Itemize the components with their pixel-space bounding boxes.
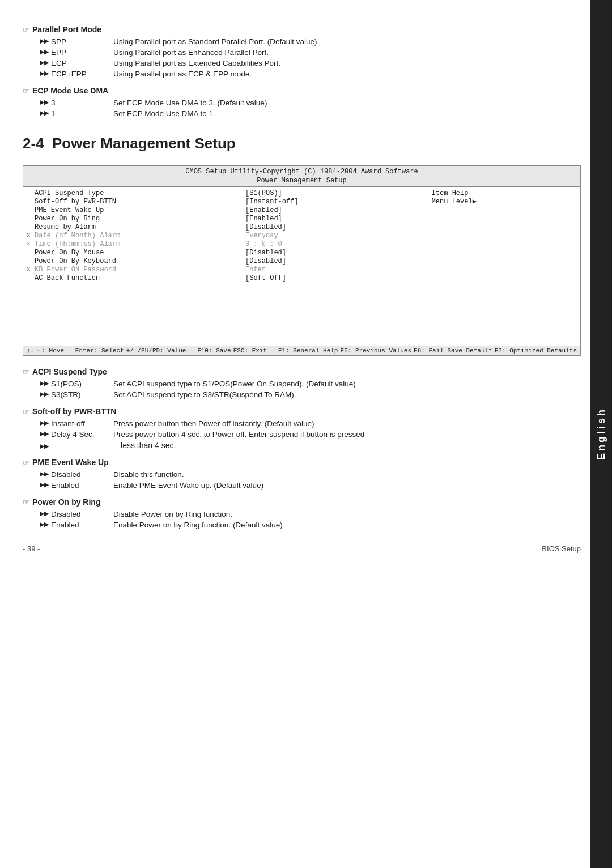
parallel-port-mode-list: SPP Using Parallel port as Standard Para… xyxy=(40,37,581,78)
bios-row-dimmed: x KB Power ON Password xyxy=(27,266,240,274)
english-tab: English xyxy=(590,0,612,868)
item-desc: Using Parallel port as Enhanced Parallel… xyxy=(113,48,581,57)
bios-value-row-dimmed: Enter xyxy=(245,266,420,274)
item-label: ECP+EPP xyxy=(51,70,113,78)
item-label: Disabled xyxy=(51,470,113,479)
item-desc: Using Parallel port as Standard Parallel… xyxy=(113,37,581,46)
bios-value-row: [Disabled] xyxy=(245,249,420,257)
bios-row: Resume by Alarm xyxy=(27,223,240,231)
footer-right: BIOS Setup xyxy=(542,544,581,553)
bios-footer-move: ↑↓→←: Move Enter: Select xyxy=(27,347,124,354)
page-number: - 39 - xyxy=(23,544,40,553)
bios-row-dimmed: x Date (of Month) Alarm xyxy=(27,232,240,240)
list-item: Disabled Disable Power on by Ring functi… xyxy=(40,510,581,518)
bios-table-body: ACPI Suspend Type Soft-Off by PWR-BTTN P… xyxy=(23,187,580,346)
item-label: Enabled xyxy=(51,481,113,490)
ecp-mode-list: 3 Set ECP Mode Use DMA to 3. (Default va… xyxy=(40,99,581,118)
row-label: AC Back Function xyxy=(35,274,240,282)
list-item: Instant-off Press power button then Powe… xyxy=(40,419,581,428)
row-prefix xyxy=(27,189,35,197)
list-item: Delay 4 Sec. Press power button 4 sec. t… xyxy=(40,430,581,439)
list-item: Enabled Enable PME Event Wake up. (Defau… xyxy=(40,481,581,490)
item-label: Enabled xyxy=(51,521,113,529)
row-prefix xyxy=(27,257,35,265)
bios-row-dimmed: x Time (hh:mm:ss) Alarm xyxy=(27,240,240,248)
bios-row: AC Back Function xyxy=(27,274,240,282)
row-label: KB Power ON Password xyxy=(35,266,240,274)
power-on-ring-list: Disabled Disable Power on by Ring functi… xyxy=(40,510,581,529)
item-desc: Set ECP Mode Use DMA to 1. xyxy=(113,109,581,118)
item-label: 1 xyxy=(51,109,113,118)
item-desc: Using Parallel port as Extended Capabili… xyxy=(113,59,581,67)
row-value: [Disabled] xyxy=(245,249,286,257)
item-label: Disabled xyxy=(51,510,113,518)
item-label: SPP xyxy=(51,37,113,46)
bios-help-line1: Item Help xyxy=(432,189,577,197)
bios-value-row: [Disabled] xyxy=(245,223,420,231)
bios-row: Power On By Keyboard xyxy=(27,257,240,265)
row-value: [Disabled] xyxy=(245,257,286,265)
item-desc: Enable PME Event Wake up. (Default value… xyxy=(113,481,581,490)
bios-row: ACPI Suspend Type xyxy=(27,189,240,197)
row-prefix xyxy=(27,274,35,282)
list-item: S3(STR) Set ACPI suspend type to S3/STR(… xyxy=(40,390,581,399)
bios-title-line1: CMOS Setup Utility-Copyright (C) 1984-20… xyxy=(23,167,580,176)
bios-col-right: Item Help Menu Level▶ xyxy=(426,189,577,343)
bios-value-row: [Enabled] xyxy=(245,215,420,223)
item-desc: Disable Power on by Ring function. xyxy=(113,510,581,518)
power-on-ring-heading: Power On by Ring xyxy=(23,497,581,507)
bios-title-line2: Power Management Setup xyxy=(23,176,580,185)
list-item: 3 Set ECP Mode Use DMA to 3. (Default va… xyxy=(40,99,581,107)
item-label: S3(STR) xyxy=(51,390,113,399)
row-prefix: x xyxy=(27,240,35,248)
row-label: PME Event Wake Up xyxy=(35,206,240,214)
item-label: S1(POS) xyxy=(51,380,113,388)
row-value: [Soft-Off] xyxy=(245,274,286,282)
chapter-title: Power Management Setup xyxy=(52,135,236,152)
parallel-port-mode-heading: Parallel Port Mode xyxy=(23,25,581,34)
bios-row: Soft-Off by PWR-BTTN xyxy=(27,198,240,206)
row-prefix: x xyxy=(27,266,35,274)
row-prefix xyxy=(27,198,35,206)
bios-footer-f6: F6: Fail-Save Default xyxy=(414,347,492,354)
list-item: EPP Using Parallel port as Enhanced Para… xyxy=(40,48,581,57)
row-value: [Disabled] xyxy=(245,223,286,231)
row-prefix xyxy=(27,223,35,231)
row-label: Date (of Month) Alarm xyxy=(35,232,240,240)
soft-off-list: Instant-off Press power button then Powe… xyxy=(40,419,581,450)
bios-row: PME Event Wake Up xyxy=(27,206,240,214)
list-item: SPP Using Parallel port as Standard Para… xyxy=(40,37,581,46)
bios-footer-esc: ESC: Exit F1: General Help xyxy=(233,347,338,354)
list-item: S1(POS) Set ACPI suspend type to S1/POS(… xyxy=(40,380,581,388)
bios-footer-f5: F5: Previous Values xyxy=(341,347,411,354)
row-value: [S1(POS)] xyxy=(245,189,282,197)
item-desc: Set ECP Mode Use DMA to 3. (Default valu… xyxy=(113,99,581,107)
item-desc-continued: less than 4 sec. xyxy=(121,441,176,450)
bios-table: CMOS Setup Utility-Copyright (C) 1984-20… xyxy=(23,165,581,356)
row-value: Everyday xyxy=(245,232,278,240)
list-item-continued: less than 4 sec. xyxy=(40,441,581,450)
bios-table-header: CMOS Setup Utility-Copyright (C) 1984-20… xyxy=(23,166,580,187)
item-desc: Using Parallel port as ECP & EPP mode. xyxy=(113,70,581,78)
item-desc: Disable this function. xyxy=(113,470,581,479)
acpi-suspend-heading: ACPI Suspend Type xyxy=(23,367,581,376)
row-label: Resume by Alarm xyxy=(35,223,240,231)
row-label: Power On by Ring xyxy=(35,215,240,223)
item-desc: Press power button then Power off instan… xyxy=(113,419,581,428)
row-label: ACPI Suspend Type xyxy=(35,189,240,197)
soft-off-heading: Soft-off by PWR-BTTN xyxy=(23,407,581,416)
row-value: Enter xyxy=(245,266,266,274)
item-desc: Press power button 4 sec. to Power off. … xyxy=(113,430,364,439)
list-item: ECP Using Parallel port as Extended Capa… xyxy=(40,59,581,67)
row-value: [Instant-off] xyxy=(245,198,299,206)
bios-row: Power On by Ring xyxy=(27,215,240,223)
bios-value-row: [Enabled] xyxy=(245,206,420,214)
bios-footer-value: +/-/PU/PD: Value F10: Save xyxy=(126,347,231,354)
row-prefix: x xyxy=(27,232,35,240)
item-desc: Enable Power on by Ring function. (Defau… xyxy=(113,521,581,529)
row-value: [Enabled] xyxy=(245,206,282,214)
bios-col-left: ACPI Suspend Type Soft-Off by PWR-BTTN P… xyxy=(27,189,245,343)
list-item: ECP+EPP Using Parallel port as ECP & EPP… xyxy=(40,70,581,78)
pme-event-heading: PME Event Wake Up xyxy=(23,458,581,467)
bios-value-row-dimmed: 0 : 0 : 0 xyxy=(245,240,420,248)
